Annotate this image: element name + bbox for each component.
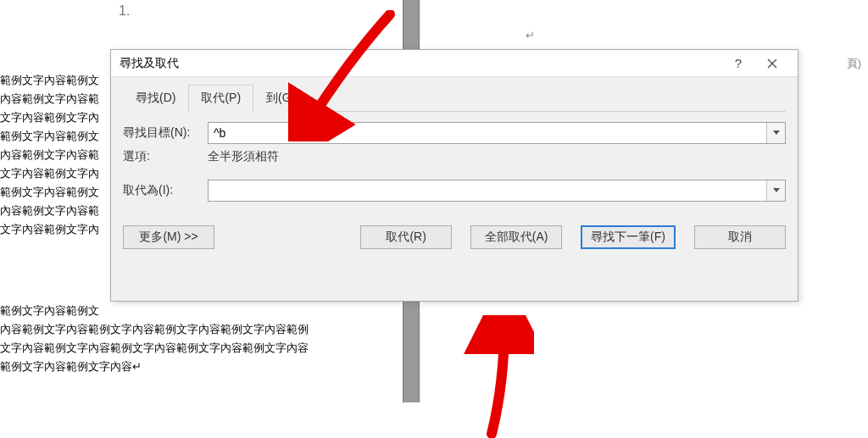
tabs: 尋找(D) 取代(P) 到(G): [123, 84, 786, 112]
close-button[interactable]: [755, 50, 789, 77]
button-row: 更多(M) >> 取代(R) 全部取代(A) 尋找下一筆(F) 取消: [123, 225, 786, 249]
text-line: 文字內容範例文字內: [0, 220, 110, 239]
replace-dropdown-button[interactable]: [766, 180, 785, 201]
replace-row: 取代為(I):: [123, 180, 786, 202]
dialog-title: 尋找及取代: [120, 56, 721, 71]
page-header-label: 頁): [847, 56, 861, 71]
cancel-button[interactable]: 取消: [694, 225, 786, 249]
tab-goto[interactable]: 到(G): [253, 85, 308, 112]
replace-button[interactable]: 取代(R): [360, 225, 452, 249]
text-line: 範例文字內容範例文: [0, 302, 309, 320]
find-combo: [208, 122, 786, 144]
find-input[interactable]: [209, 123, 766, 143]
replace-all-button[interactable]: 全部取代(A): [470, 225, 562, 249]
text-line: 文字內容範例文字內容範例文字內容範例文字內容範例文字內容: [0, 339, 309, 358]
chevron-down-icon: [773, 130, 780, 136]
find-row: 尋找目標(N):: [123, 122, 786, 144]
options-label: 選項:: [123, 149, 208, 164]
tab-replace[interactable]: 取代(P): [188, 85, 253, 112]
text-line: 內容範例文字內容範: [0, 90, 110, 108]
replace-combo: [208, 180, 786, 202]
options-row: 選項: 全半形須相符: [123, 149, 786, 164]
chevron-down-icon: [773, 188, 780, 193]
close-icon: [767, 58, 777, 69]
page-number: 1.: [119, 3, 130, 19]
text-line: 內容範例文字內容範: [0, 202, 110, 220]
dialog-body: 尋找(D) 取代(P) 到(G) 尋找目標(N): 選項: 全半形須相符 取代為…: [111, 77, 798, 259]
text-line: 範例文字內容範例文: [0, 127, 110, 146]
text-line: 內容範例文字內容範例文字內容範例文字內容範例文字內容範例: [0, 320, 309, 339]
dialog-titlebar[interactable]: 尋找及取代 ?: [111, 50, 798, 77]
text-line: 範例文字內容範例文: [0, 183, 110, 202]
text-line: 範例文字內容範例文: [0, 71, 110, 90]
more-button[interactable]: 更多(M) >>: [123, 225, 214, 249]
help-button[interactable]: ?: [721, 50, 755, 77]
text-line: 範例文字內容範例文字內容↵: [0, 358, 309, 376]
text-line: 文字內容範例文字內: [0, 108, 110, 127]
document-text-left: 範例文字內容範例文 內容範例文字內容範 文字內容範例文字內 範例文字內容範例文 …: [0, 71, 110, 239]
options-value: 全半形須相符: [208, 149, 786, 164]
replace-input[interactable]: [209, 180, 766, 201]
find-dropdown-button[interactable]: [766, 123, 785, 143]
find-next-button[interactable]: 尋找下一筆(F): [581, 225, 676, 249]
find-replace-dialog: 尋找及取代 ? 尋找(D) 取代(P) 到(G) 尋找目標(N): 選項: 全半…: [110, 49, 798, 302]
find-label: 尋找目標(N):: [123, 125, 208, 141]
document-text-continued: 範例文字內容範例文 內容範例文字內容範例文字內容範例文字內容範例文字內容範例 文…: [0, 302, 309, 376]
replace-label: 取代為(I):: [123, 183, 208, 198]
text-line: 內容範例文字內容範: [0, 146, 110, 164]
paragraph-mark: ↵: [526, 29, 535, 42]
tab-find[interactable]: 尋找(D): [123, 85, 188, 112]
text-line: 文字內容範例文字內: [0, 164, 110, 183]
help-icon: ?: [735, 56, 742, 70]
